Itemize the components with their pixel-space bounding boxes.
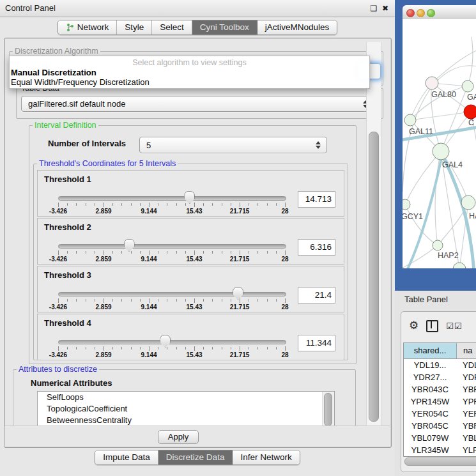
tick-mark (149, 203, 150, 207)
slider-track[interactable] (58, 244, 286, 249)
tick-mark (58, 298, 59, 303)
attribute-list-item[interactable]: SelfLoops (38, 392, 334, 403)
table-row[interactable]: YLR345WYLR3 (404, 444, 476, 456)
table-row[interactable]: YDR27...YDR2 (404, 371, 476, 383)
table-row[interactable]: YBR043CYBR0 (404, 383, 476, 395)
tick-mark (104, 250, 104, 255)
tick-mark (112, 203, 113, 206)
algorithm-option-manual[interactable]: Manual Discretization (10, 68, 369, 77)
tab-discretize-data[interactable]: Discretize Data (158, 450, 233, 464)
tick-mark (104, 346, 104, 351)
tab-infer-network[interactable]: Infer Network (233, 450, 299, 464)
slider-track[interactable] (58, 292, 286, 296)
slider-track[interactable] (58, 340, 286, 344)
numerical-attributes-list[interactable]: SelfLoopsTopologicalCoefficientBetweenne… (37, 391, 335, 428)
tick-mark (67, 347, 68, 349)
tick-label: -3.426 (49, 351, 67, 358)
slider-handle[interactable] (160, 335, 171, 348)
tick-mark (231, 203, 231, 206)
threshold-value-field[interactable]: 6.316 (298, 239, 335, 256)
network-view-canvas[interactable]: GAL80GACGAL11GAL4GCY1HAHAP2 (403, 19, 476, 268)
tick-mark (95, 347, 95, 349)
tick-mark (131, 299, 132, 302)
slider-handle[interactable] (124, 239, 135, 252)
tick-mark (76, 251, 77, 254)
table-row[interactable]: YBL079WYBL0 (404, 432, 476, 444)
apply-button[interactable]: Apply (158, 430, 199, 444)
gear-icon[interactable]: ⚙ (409, 316, 418, 335)
threshold-label: Threshold 3 (44, 270, 91, 280)
column-header-name[interactable]: na (457, 343, 476, 358)
network-node[interactable] (433, 240, 443, 250)
threshold-value-field[interactable]: 14.713 (298, 191, 335, 208)
network-edge[interactable] (468, 37, 473, 86)
slider-track[interactable] (58, 196, 286, 201)
network-node[interactable] (404, 114, 416, 126)
threshold-label: Threshold 4 (44, 318, 91, 328)
top-tab-bar: NetworkStyleSelectCyni ToolboxjActiveMNo… (0, 20, 395, 35)
network-edge[interactable] (405, 204, 438, 245)
number-of-intervals-combobox[interactable]: 5 (139, 137, 327, 153)
network-node[interactable] (461, 196, 475, 210)
tab-select[interactable]: Select (152, 20, 192, 35)
tab-jactivemnodules[interactable]: jActiveMNodules (257, 20, 337, 35)
float-window-icon[interactable]: ❑ (369, 3, 379, 13)
network-edge[interactable] (432, 50, 476, 83)
network-node[interactable] (453, 263, 466, 268)
tab-network[interactable]: Network (58, 20, 118, 35)
attribute-list-item[interactable]: BetweennessCentrality (38, 415, 334, 426)
tick-mark (285, 298, 286, 303)
tick-mark (95, 251, 95, 254)
table-hscrollbar-thumb[interactable] (404, 457, 476, 466)
network-node[interactable] (462, 81, 473, 92)
threshold-value-field[interactable]: 11.344 (298, 335, 335, 351)
tick-mark (121, 203, 122, 206)
table-row[interactable]: YER054CYER0 (404, 408, 476, 420)
network-node[interactable] (464, 105, 476, 119)
panel-scrollbar-thumb[interactable] (369, 132, 379, 422)
tick-mark (176, 347, 177, 349)
column-header-shared-name[interactable]: shared... (404, 343, 457, 358)
threshold-panel-1: Threshold 1-3.4262.8599.14415.4321.71528… (37, 170, 344, 217)
network-graph[interactable]: GAL80GACGAL11GAL4GCY1HAHAP2 (403, 19, 476, 268)
tab-cyni-toolbox[interactable]: Cyni Toolbox (192, 20, 257, 35)
attributes-scrollbar-thumb[interactable] (324, 393, 332, 426)
tick-label: 28 (281, 256, 288, 263)
tick-mark (185, 251, 186, 254)
split-panel-icon[interactable] (426, 320, 438, 332)
zoom-traffic-light-icon[interactable] (427, 9, 435, 17)
table-row[interactable]: YDL19...YDL1 (404, 359, 476, 371)
tick-mark (257, 251, 258, 254)
network-edge[interactable] (410, 112, 471, 120)
tab-style[interactable]: Style (117, 20, 152, 35)
network-node[interactable] (426, 77, 438, 89)
table-hscrollbar-track[interactable] (404, 457, 476, 466)
network-node[interactable] (433, 143, 449, 160)
slider-handle[interactable] (184, 191, 195, 204)
slider-handle[interactable] (233, 287, 243, 300)
threshold-panel-2: Threshold 2-3.4262.8599.14415.4321.71528… (37, 218, 344, 265)
tick-mark (285, 203, 286, 207)
network-edge[interactable] (403, 245, 438, 268)
close-traffic-light-icon[interactable] (406, 9, 415, 17)
table-row[interactable]: YIL052CYIL0 (404, 456, 476, 457)
threshold-value-field[interactable]: 21.4 (298, 287, 335, 303)
table-data-combobox[interactable]: galFiltered.sif default node (21, 96, 374, 112)
close-window-icon[interactable]: ✖ (380, 3, 390, 13)
network-node[interactable] (403, 199, 410, 210)
table-row[interactable]: YBR045CYBR0 (404, 420, 476, 432)
table-row[interactable]: YPR145WYPR1 (404, 395, 476, 408)
tick-mark (176, 203, 177, 206)
tick-mark (167, 299, 167, 302)
minimize-traffic-light-icon[interactable] (417, 9, 425, 17)
cell-shared-name: YLR345W (404, 444, 456, 456)
node-label: GAL4 (442, 160, 463, 169)
tab-impute-data[interactable]: Impute Data (95, 450, 158, 464)
tick-mark (140, 203, 141, 206)
algorithm-option-equal-width[interactable]: Equal Width/Frequency Discretization (10, 77, 369, 87)
tick-mark (131, 251, 132, 254)
tick-mark (76, 347, 77, 349)
attribute-list-item[interactable]: TopologicalCoefficient (38, 403, 334, 415)
column-checkboxes-icon[interactable]: ☑☑ (446, 321, 462, 331)
tick-mark (104, 298, 104, 303)
